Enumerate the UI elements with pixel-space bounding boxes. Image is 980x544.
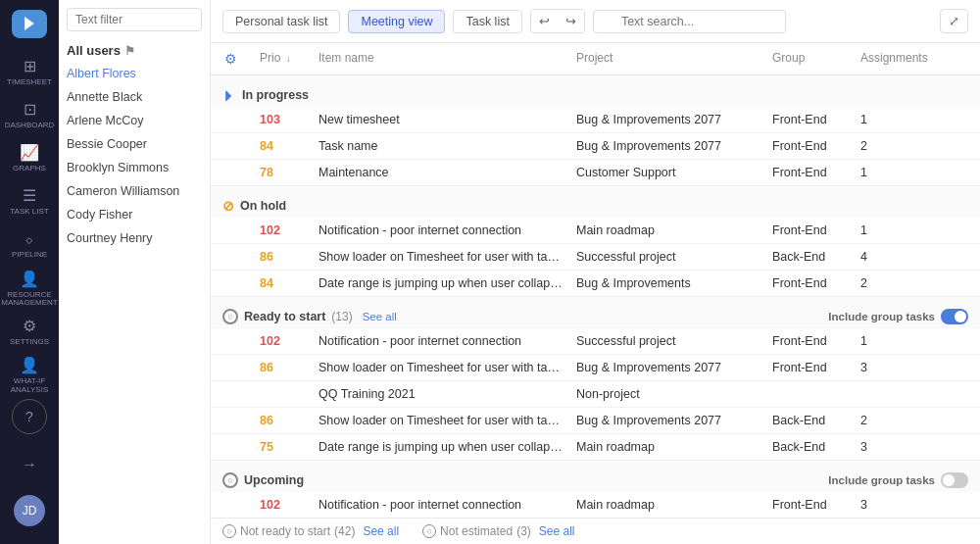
- toolbar: Personal task list Meeting view Task lis…: [211, 0, 980, 43]
- include-group-toggle-ready[interactable]: [941, 309, 968, 324]
- in-progress-label: In progress: [242, 88, 309, 102]
- ready-see-all[interactable]: See all: [363, 311, 397, 322]
- row-item-name[interactable]: Date range is jumping up when user colla…: [313, 271, 570, 296]
- row-item-name[interactable]: Show loader on Timesheet for user with t…: [313, 244, 570, 270]
- user-list-item[interactable]: Brooklyn Simmons: [59, 156, 210, 179]
- row-prio: 102: [254, 492, 313, 518]
- redo-button[interactable]: ↪: [558, 10, 584, 32]
- sidebar-item-graphs[interactable]: 📈 GRAPHS: [5, 138, 54, 177]
- row-item-name[interactable]: Maintenance: [313, 160, 570, 185]
- row-checkbox: [219, 355, 254, 380]
- table-container[interactable]: ⚙ Prio ↓ Item name Project Group Assignm…: [211, 43, 980, 518]
- user-list-item[interactable]: Cody Fisher: [59, 203, 210, 226]
- include-group-tasks-ready: Include group tasks: [828, 309, 968, 324]
- timesheet-icon: ⊞: [24, 57, 36, 75]
- user-avatar[interactable]: JD: [14, 495, 45, 526]
- sidebar-item-resource-management[interactable]: 👤 RESOURCE MANAGEMENT: [5, 269, 54, 308]
- row-prio: 75: [254, 434, 313, 460]
- undo-button[interactable]: ↩: [531, 10, 558, 32]
- row-item-name[interactable]: Notification - poor internet connection: [313, 218, 570, 243]
- user-list-item[interactable]: Cameron Williamson: [59, 179, 210, 203]
- not-ready-status[interactable]: ○ Not ready to start (42) See all: [222, 524, 399, 538]
- row-checkbox: [219, 160, 254, 185]
- all-users-label: All users: [67, 43, 121, 58]
- user-list-item[interactable]: Albert Flores: [59, 62, 210, 85]
- project-col-header: Project: [570, 43, 766, 74]
- toggle-knob-upcoming: [943, 474, 955, 486]
- help-button[interactable]: ?: [12, 399, 47, 434]
- not-ready-label: Not ready to start: [240, 524, 330, 538]
- user-list-item[interactable]: Annette Black: [59, 85, 210, 109]
- group-col-header: Group: [766, 43, 855, 74]
- prio-col-header[interactable]: Prio ↓: [254, 43, 313, 74]
- row-assignments: 2: [855, 408, 972, 433]
- meeting-view-tab[interactable]: Meeting view: [348, 10, 445, 33]
- not-estimated-label: Not estimated: [440, 524, 513, 538]
- not-estimated-status[interactable]: ○ Not estimated (3) See all: [422, 524, 574, 538]
- table-row: 86 Show loader on Timesheet for user wit…: [211, 355, 980, 381]
- sidebar-item-settings[interactable]: ⚙ SETTINGS: [5, 312, 54, 351]
- row-prio: 84: [254, 133, 313, 159]
- row-checkbox: [219, 133, 254, 159]
- row-assignments: 2: [855, 133, 972, 159]
- row-item-name[interactable]: Show loader on Timesheet for user with t…: [313, 408, 570, 433]
- row-checkbox: [219, 107, 254, 132]
- task-list-icon: ☰: [23, 186, 36, 205]
- sidebar-item-dashboard[interactable]: ⊡ DASHBOARD: [5, 95, 54, 134]
- user-list-item[interactable]: Bessie Cooper: [59, 132, 210, 156]
- svg-marker-0: [24, 17, 34, 30]
- logout-button[interactable]: →: [5, 440, 54, 489]
- row-checkbox: [219, 328, 254, 354]
- row-group: [766, 381, 855, 407]
- assignments-col-header: Assignments: [855, 43, 972, 74]
- row-item-name[interactable]: Date range is jumping up when user colla…: [313, 434, 570, 460]
- row-group: Front-End: [766, 218, 855, 243]
- app-logo[interactable]: [12, 10, 47, 38]
- row-item-name[interactable]: Notification - poor internet connection: [313, 492, 570, 518]
- row-group: Back-End: [766, 244, 855, 270]
- row-item-name[interactable]: Notification - poor internet connection: [313, 328, 570, 354]
- sidebar-item-pipeline[interactable]: ⬦ PIPELINE: [5, 225, 54, 265]
- not-estimated-see-all[interactable]: See all: [539, 524, 575, 538]
- row-assignments: [855, 381, 972, 407]
- sidebar-item-what-if[interactable]: 👤 WHAT-IF ANALYSIS: [5, 356, 54, 395]
- graphs-icon: 📈: [20, 143, 39, 162]
- row-prio: 86: [254, 244, 313, 270]
- row-item-name[interactable]: QQ Training 2021: [313, 381, 570, 407]
- row-project: Bug & Improvements: [570, 271, 766, 296]
- table-row: 102 Notification - poor internet connect…: [211, 492, 980, 518]
- include-group-upcoming-label: Include group tasks: [828, 474, 935, 486]
- not-ready-see-all[interactable]: See all: [363, 524, 399, 538]
- personal-task-list-tab[interactable]: Personal task list: [222, 10, 340, 33]
- row-item-name[interactable]: Show loader on Timesheet for user with t…: [313, 355, 570, 380]
- row-assignments: 1: [855, 218, 972, 243]
- table-row: 102 Notification - poor internet connect…: [211, 218, 980, 244]
- table-row: 84 Task name Bug & Improvements 2077 Fro…: [211, 133, 980, 160]
- row-item-name[interactable]: New timesheet: [313, 107, 570, 132]
- row-project: Customer Support: [570, 160, 766, 185]
- user-filter-input[interactable]: [67, 8, 202, 31]
- row-checkbox: [219, 244, 254, 270]
- row-assignments: 1: [855, 107, 972, 132]
- row-group: Front-End: [766, 271, 855, 296]
- main-content: Personal task list Meeting view Task lis…: [211, 0, 980, 544]
- not-ready-count: (42): [334, 524, 355, 538]
- user-list-item[interactable]: Courtney Henry: [59, 226, 210, 250]
- include-group-toggle-upcoming[interactable]: [941, 472, 968, 488]
- in-progress-icon: ⏵: [222, 87, 236, 103]
- filter-icon[interactable]: ⚑: [124, 44, 135, 58]
- expand-button[interactable]: ⤢: [940, 9, 968, 33]
- user-list-item[interactable]: Arlene McCoy: [59, 109, 210, 132]
- row-project: Bug & Improvements 2077: [570, 133, 766, 159]
- search-wrapper: [593, 10, 786, 33]
- row-project: Main roadmap: [570, 434, 766, 460]
- search-input[interactable]: [593, 10, 786, 33]
- ready-icon: ○: [222, 309, 238, 324]
- not-estimated-icon: ○: [422, 524, 436, 538]
- user-panel: All users ⚑ Albert Flores Annette Black …: [59, 0, 211, 544]
- row-item-name[interactable]: Task name: [313, 133, 570, 159]
- row-prio: 102: [254, 218, 313, 243]
- sidebar-item-task-list[interactable]: ☰ TASK LIST: [5, 182, 54, 222]
- task-list-tab[interactable]: Task list: [453, 10, 521, 33]
- sidebar-item-timesheet[interactable]: ⊞ TIMESHEET: [5, 52, 54, 91]
